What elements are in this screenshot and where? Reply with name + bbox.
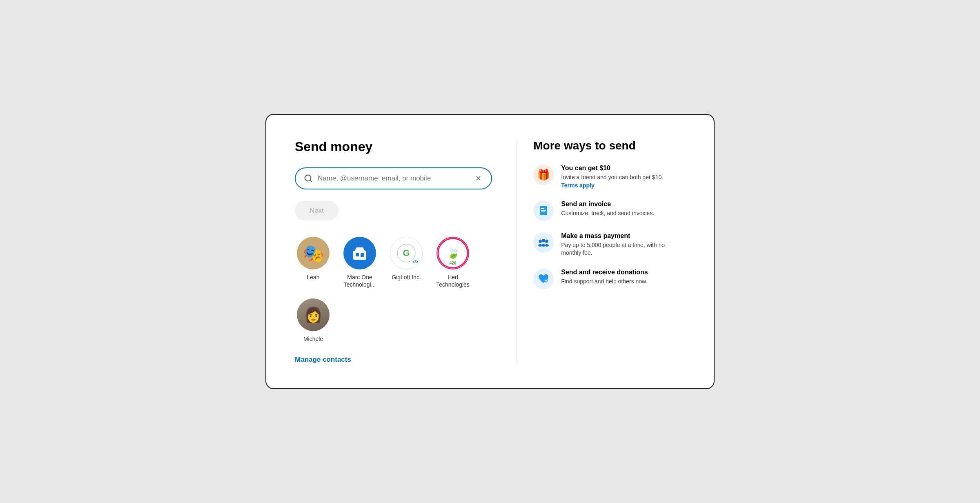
way-text-donations: Send and receive donations Find support … (561, 269, 648, 286)
way-heading-mass-payment: Make a mass payment (561, 232, 685, 240)
way-heading-invoice: Send an invoice (561, 200, 654, 208)
way-desc-get10: Invite a friend and you can both get $10… (561, 174, 663, 182)
way-icon-get10: 🎁 (533, 165, 554, 185)
avatar-marcone (343, 237, 376, 269)
contact-name-hed: HedTechnologies (436, 274, 470, 288)
way-text-mass-payment: Make a mass payment Pay up to 5,000 peop… (561, 232, 685, 257)
way-desc-mass-payment: Pay up to 5,000 people at a time, with n… (561, 241, 685, 257)
contact-item-gigloft[interactable]: G </> GigLoft Inc. (388, 237, 425, 288)
main-card: Send money ✕ Next 🎭 Leah (265, 114, 715, 389)
way-text-invoice: Send an invoice Customize, track, and se… (561, 200, 654, 218)
svg-text:</>: </> (412, 260, 419, 264)
contact-item-hed[interactable]: 🍃 420 HedTechnologies (434, 237, 471, 288)
svg-rect-14 (541, 210, 546, 211)
avatar-hed: 🍃 420 (437, 237, 469, 269)
way-item-mass-payment: Make a mass payment Pay up to 5,000 peop… (533, 232, 685, 257)
contact-name-gigloft: GigLoft Inc. (392, 274, 421, 281)
svg-text:G: G (403, 248, 410, 258)
way-text-get10: You can get $10 Invite a friend and you … (561, 165, 663, 189)
svg-rect-15 (541, 211, 545, 212)
svg-line-1 (310, 180, 312, 182)
avatar-leah: 🎭 (297, 237, 330, 269)
contact-name-michele: Michele (303, 335, 323, 343)
manage-contacts-button[interactable]: Manage contacts (295, 356, 351, 364)
contact-name-leah: Leah (307, 274, 319, 281)
search-input[interactable] (318, 174, 474, 183)
search-icon (304, 174, 313, 183)
svg-rect-4 (361, 253, 364, 257)
svg-text:🍃: 🍃 (446, 246, 460, 259)
contact-item-leah[interactable]: 🎭 Leah (295, 237, 332, 288)
way-icon-invoice (533, 200, 554, 221)
way-icon-mass-payment (533, 232, 554, 253)
way-desc-invoice: Customize, track, and send invoices. (561, 209, 654, 218)
way-item-get10: 🎁 You can get $10 Invite a friend and yo… (533, 165, 685, 189)
way-item-donations: Send and receive donations Find support … (533, 269, 685, 289)
next-button[interactable]: Next (295, 201, 339, 220)
contacts-row: 🎭 Leah Marc OneTechnologi... (295, 237, 492, 343)
terms-link[interactable]: Terms apply (561, 182, 594, 189)
more-ways-title: More ways to send (533, 139, 685, 152)
svg-rect-2 (353, 251, 366, 260)
right-panel: More ways to send 🎁 You can get $10 Invi… (517, 139, 685, 364)
way-heading-donations: Send and receive donations (561, 269, 648, 276)
svg-rect-3 (356, 253, 359, 256)
avatar-michele: 👩 (297, 298, 330, 331)
way-desc-donations: Find support and help others now. (561, 278, 648, 286)
svg-point-16 (539, 240, 542, 243)
svg-text:420: 420 (450, 261, 457, 265)
avatar-gigloft: G </> (390, 237, 423, 269)
contact-item-marcone[interactable]: Marc OneTechnologi... (341, 237, 378, 288)
way-heading-get10: You can get $10 (561, 165, 663, 172)
contact-item-michele[interactable]: 👩 Michele (295, 298, 332, 343)
search-bar[interactable]: ✕ (295, 167, 492, 189)
way-icon-donations (533, 269, 554, 289)
search-clear-button[interactable]: ✕ (474, 174, 483, 183)
way-item-invoice: Send an invoice Customize, track, and se… (533, 200, 685, 221)
svg-point-21 (545, 244, 549, 247)
svg-point-17 (542, 239, 545, 242)
page-title: Send money (295, 139, 492, 154)
left-panel: Send money ✕ Next 🎭 Leah (295, 139, 492, 364)
contact-name-marcone: Marc OneTechnologi... (344, 274, 376, 288)
svg-point-18 (545, 240, 548, 243)
svg-rect-13 (541, 208, 544, 209)
